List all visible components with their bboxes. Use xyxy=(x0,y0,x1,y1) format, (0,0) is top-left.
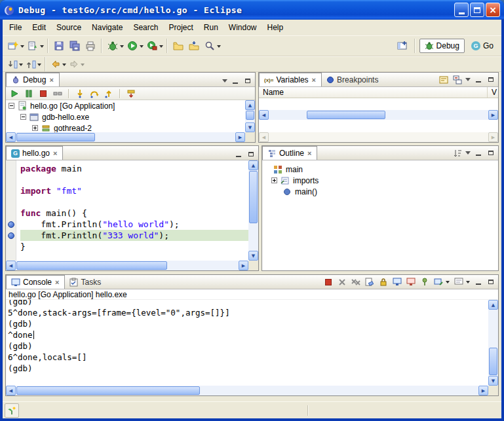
expand-expander-icon[interactable] xyxy=(32,125,38,131)
maximize-view-button[interactable] xyxy=(246,150,256,158)
back-button[interactable] xyxy=(48,58,63,71)
scroll-thumb[interactable] xyxy=(16,261,167,270)
minimize-view-button[interactable] xyxy=(230,77,240,85)
tab-tasks[interactable]: Tasks xyxy=(65,275,106,289)
expand-expander-icon[interactable] xyxy=(271,177,277,183)
outline-row-package[interactable]: main xyxy=(262,164,498,175)
outline-row-imports[interactable]: imports xyxy=(262,175,498,186)
perspective-debug-button[interactable]: Debug xyxy=(419,39,465,53)
open-perspective-button[interactable] xyxy=(395,38,410,54)
scroll-lock-icon[interactable] xyxy=(378,276,389,287)
variables-tree[interactable] xyxy=(259,98,498,110)
open-console-icon[interactable] xyxy=(433,276,444,287)
save-all-button[interactable] xyxy=(67,38,83,54)
tree-row-process[interactable]: gdb-hello.exe xyxy=(6,111,245,122)
close-tab-icon[interactable]: × xyxy=(54,278,60,286)
code-line[interactable]: } xyxy=(20,241,248,252)
step-return-button[interactable] xyxy=(102,88,115,100)
dropdown-arrow[interactable] xyxy=(217,45,221,50)
minimize-view-button[interactable] xyxy=(233,150,243,158)
code-line[interactable] xyxy=(20,174,248,185)
editor-gutter[interactable] xyxy=(6,160,16,261)
sort-icon[interactable] xyxy=(452,147,463,158)
scroll-right-icon[interactable]: ▶ xyxy=(239,261,248,270)
menu-help[interactable]: Help xyxy=(262,21,289,34)
show-type-names-icon[interactable] xyxy=(438,74,449,85)
step-into-button[interactable] xyxy=(73,88,87,100)
new-go-element-button[interactable] xyxy=(25,38,41,54)
step-over-button[interactable] xyxy=(88,88,101,100)
tab-variables[interactable]: (x)= Variables × xyxy=(259,73,322,86)
menu-project[interactable]: Project xyxy=(163,21,198,34)
dropdown-arrow[interactable] xyxy=(37,64,41,68)
dropdown-arrow[interactable] xyxy=(159,45,163,50)
maximize-view-button[interactable] xyxy=(486,149,495,157)
dropdown-arrow[interactable] xyxy=(81,64,85,68)
resume-button[interactable] xyxy=(8,88,21,100)
editor-code[interactable]: package main import "fmt" func main() { … xyxy=(16,160,248,261)
tab-debug[interactable]: Debug × xyxy=(6,73,60,86)
gutter-line[interactable] xyxy=(6,185,16,196)
variables-horizontal-scrollbar[interactable]: ◀ ▶ xyxy=(259,110,498,120)
maximize-view-button[interactable] xyxy=(486,278,495,286)
scroll-right-icon[interactable]: ▶ xyxy=(235,132,245,142)
scroll-left-icon[interactable]: ◀ xyxy=(259,110,269,120)
suspend-button[interactable] xyxy=(22,88,35,100)
dropdown-arrow[interactable] xyxy=(466,281,470,285)
remove-all-launches-icon[interactable] xyxy=(350,276,361,287)
disconnect-button[interactable] xyxy=(51,88,64,100)
tree-row-thread[interactable]: gothread-2 xyxy=(6,122,245,132)
column-value[interactable]: V xyxy=(488,87,498,98)
dropdown-arrow[interactable] xyxy=(19,64,23,68)
close-tab-icon[interactable]: × xyxy=(307,149,312,157)
show-console-stderr-icon[interactable] xyxy=(405,276,416,287)
scroll-up-icon[interactable]: ▲ xyxy=(248,160,258,170)
menu-navigate[interactable]: Navigate xyxy=(87,21,128,34)
maximize-window-button[interactable] xyxy=(470,3,484,17)
minimize-view-button[interactable] xyxy=(473,278,483,286)
maximize-view-button[interactable] xyxy=(486,75,495,84)
gutter-line[interactable] xyxy=(6,230,16,241)
scroll-down-icon[interactable]: ▼ xyxy=(245,122,255,132)
outline-row-main-func[interactable]: main() xyxy=(262,186,498,197)
detail-horizontal-scrollbar[interactable]: ◀ ▶ xyxy=(259,132,498,142)
console-vertical-scrollbar[interactable]: ▲ ▼ xyxy=(488,300,498,386)
status-tip-button[interactable] xyxy=(5,403,19,418)
close-tab-icon[interactable]: × xyxy=(52,149,58,157)
tab-console[interactable]: Console × xyxy=(6,275,65,289)
code-line[interactable]: fmt.Println("hello world"); xyxy=(20,219,248,230)
close-tab-icon[interactable]: × xyxy=(311,76,317,84)
scroll-thumb[interactable] xyxy=(246,111,254,120)
scroll-up-icon[interactable]: ▲ xyxy=(488,300,498,310)
scroll-thumb[interactable] xyxy=(16,386,200,395)
menu-source[interactable]: Source xyxy=(51,21,87,34)
scroll-right-icon[interactable]: ▶ xyxy=(488,132,498,142)
title-bar[interactable]: Debug - testGo/src/cmd/hello.go - Eclips… xyxy=(0,0,504,20)
code-line[interactable] xyxy=(20,196,248,208)
perspective-go-button[interactable]: G Go xyxy=(466,39,499,53)
menu-window[interactable]: Window xyxy=(223,21,262,34)
view-menu-icon[interactable] xyxy=(222,79,227,85)
scroll-down-icon[interactable]: ▼ xyxy=(248,251,258,261)
pin-console-icon[interactable] xyxy=(419,276,430,287)
collapse-expander-icon[interactable] xyxy=(20,114,26,120)
scroll-left-icon[interactable]: ◀ xyxy=(259,132,269,142)
scroll-thumb[interactable] xyxy=(16,133,95,141)
view-menu-icon[interactable] xyxy=(465,151,471,157)
gutter-line[interactable] xyxy=(6,241,16,252)
code-line[interactable]: import "fmt" xyxy=(20,185,248,196)
terminate-button[interactable] xyxy=(37,88,50,100)
display-selected-console-icon[interactable] xyxy=(453,276,464,287)
tab-hello-go[interactable]: G hello.go × xyxy=(6,146,63,160)
dropdown-arrow[interactable] xyxy=(20,45,24,50)
use-step-filters-button[interactable] xyxy=(125,88,138,100)
print-button[interactable] xyxy=(83,38,98,54)
show-console-stdout-icon[interactable] xyxy=(391,276,402,287)
import-folder-button[interactable] xyxy=(186,38,202,54)
scroll-up-icon[interactable]: ▲ xyxy=(245,100,255,110)
column-name[interactable]: Name xyxy=(259,87,488,98)
debug-button[interactable] xyxy=(105,38,121,54)
minimize-view-button[interactable] xyxy=(473,149,483,157)
previous-annotation-button[interactable] xyxy=(24,58,38,71)
maximize-view-button[interactable] xyxy=(242,77,252,85)
